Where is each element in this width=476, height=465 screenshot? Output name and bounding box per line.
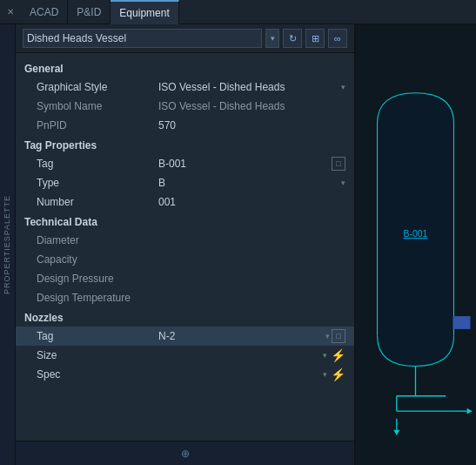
design-temperature-label: Design Temperature [37, 292, 158, 304]
type-value: B [158, 177, 339, 189]
tab-pid[interactable]: P&ID [68, 0, 111, 24]
tag-window-icon[interactable]: □ [332, 157, 345, 171]
number-label: Number [37, 196, 158, 208]
type-dropdown-icon[interactable]: ▾ [341, 179, 345, 187]
nozzle-tag-window-icon[interactable]: □ [332, 329, 345, 343]
tab-acad[interactable]: ACAD [21, 0, 68, 24]
symbol-name-value: ISO Vessel - Dished Heads [158, 100, 345, 112]
type-label: Type [37, 177, 158, 189]
symbol-name-label: Symbol Name [37, 100, 158, 112]
add-icon[interactable]: ⊕ [177, 445, 194, 462]
svg-text:B-001: B-001 [404, 229, 428, 239]
tab-bar: ✕ ACAD P&ID Equipment [0, 0, 476, 24]
side-label-panel: PROPERTIESPALETTE [0, 24, 16, 465]
type-row: Type B ▾ [16, 173, 354, 192]
tag-input[interactable] [158, 158, 330, 170]
nozzle-tag-dropdown-icon[interactable]: ▾ [325, 332, 330, 340]
tag-row: Tag □ [16, 154, 354, 173]
main-layout: PROPERTIESPALETTE Dished Heads Vessel ▾ … [0, 24, 476, 465]
nozzle-tag-value: N-2 [158, 330, 324, 342]
left-panel: Dished Heads Vessel ▾ ↻ ⊞ ∞ General Grap… [16, 24, 355, 465]
diameter-row: Diameter [16, 231, 354, 250]
design-pressure-row: Design Pressure [16, 269, 354, 288]
nozzle-tag-row: Tag N-2 ▾ □ [16, 327, 354, 346]
right-panel: B-001 [355, 24, 476, 465]
vessel-type-select[interactable]: Dished Heads Vessel [23, 29, 262, 48]
nozzle-spec-dropdown-icon[interactable]: ▾ [323, 370, 327, 379]
design-temperature-row: Design Temperature [16, 288, 354, 307]
vessel-drawing: B-001 [355, 24, 476, 465]
graphical-style-label: Graphical Style [37, 81, 158, 93]
nozzle-size-lightning-icon: ⚡ [331, 348, 345, 362]
close-button[interactable]: ✕ [3, 5, 17, 19]
tag-input-row: □ [158, 157, 345, 171]
capacity-label: Capacity [37, 253, 158, 266]
nozzle-size-label: Size [37, 349, 158, 361]
nozzle-spec-row: Spec ▾ ⚡ [16, 365, 354, 384]
graphical-style-row: Graphical Style ISO Vessel - Dished Head… [16, 78, 354, 97]
dropdown-arrow[interactable]: ▾ [265, 29, 279, 48]
nozzle-tag-input-row: N-2 ▾ [158, 330, 330, 342]
nozzle-spec-label: Spec [37, 368, 158, 381]
capacity-row: Capacity [16, 250, 354, 269]
design-pressure-label: Design Pressure [37, 273, 158, 285]
pnpid-value: 570 [158, 119, 345, 131]
symbol-name-row: Symbol Name ISO Vessel - Dished Heads [16, 97, 354, 116]
svg-rect-3 [453, 317, 470, 329]
svg-marker-11 [393, 430, 399, 435]
number-value: 001 [158, 196, 345, 208]
diameter-label: Diameter [37, 234, 158, 246]
refresh-button[interactable]: ↻ [283, 29, 302, 48]
graphical-style-dropdown-icon[interactable]: ▾ [341, 83, 345, 91]
general-section-header: General [16, 58, 354, 78]
svg-marker-9 [467, 408, 473, 414]
tab-equipment[interactable]: Equipment [111, 0, 178, 24]
nozzle-size-dropdown-icon[interactable]: ▾ [323, 351, 327, 360]
nozzles-section-header: Nozzles [16, 307, 354, 327]
side-label-text: PROPERTIESPALETTE [3, 195, 12, 294]
dropdown-row: Dished Heads Vessel ▾ ↻ ⊞ ∞ [16, 24, 354, 53]
bottom-bar: ⊕ [16, 441, 354, 465]
link-button[interactable]: ∞ [328, 29, 347, 48]
pnpid-label: PnPID [37, 119, 158, 131]
pnpid-row: PnPID 570 [16, 116, 354, 135]
grid-button[interactable]: ⊞ [305, 29, 325, 48]
technical-data-section-header: Technical Data [16, 212, 354, 231]
nozzle-size-row: Size ▾ ⚡ [16, 346, 354, 365]
nozzle-tag-label: Tag [37, 330, 158, 342]
graphical-style-value: ISO Vessel - Dished Heads [158, 81, 339, 93]
nozzle-spec-lightning-icon: ⚡ [331, 367, 345, 381]
tag-properties-section-header: Tag Properties [16, 135, 354, 154]
properties-panel: General Graphical Style ISO Vessel - Dis… [16, 53, 354, 441]
tag-label: Tag [37, 158, 158, 170]
number-row: Number 001 [16, 192, 354, 212]
